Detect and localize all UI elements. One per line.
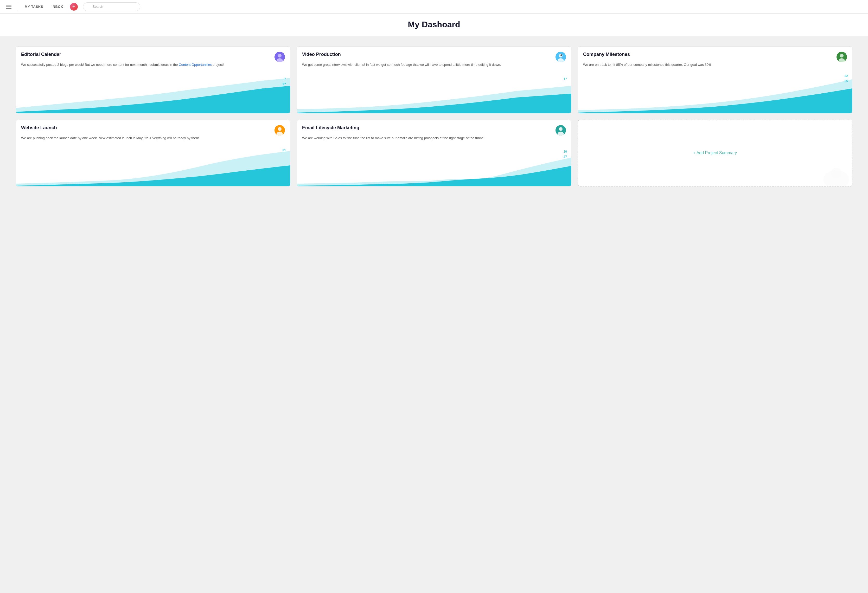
chart-label-bottom: 22	[283, 173, 286, 177]
card-title: Company Milestones	[583, 52, 630, 57]
card-body: We are working with Sales to fine tune t…	[297, 136, 571, 145]
svg-point-6	[561, 55, 562, 56]
chart-label-top: 7	[284, 77, 286, 81]
search-input[interactable]	[83, 2, 140, 11]
avatar	[275, 52, 285, 62]
inbox-link[interactable]: INBOX	[50, 4, 65, 10]
svg-point-14	[559, 127, 562, 131]
svg-point-8	[840, 54, 844, 58]
card-email-lifecycle: Email Lifecycle Marketing We are working…	[297, 119, 571, 187]
avatar	[837, 52, 847, 62]
page-title-section: My Dashoard	[0, 13, 868, 36]
card-editorial-calendar: Editorial Calendar We successfully poste…	[16, 46, 290, 114]
card-title-wrapper: Website Launch	[21, 125, 57, 133]
card-title: Video Production	[302, 52, 341, 57]
my-tasks-link[interactable]: MY TASKS	[23, 4, 45, 10]
chart-label-bottom: 35	[844, 79, 848, 83]
content-opportunities-link[interactable]: Content Opportunities	[179, 63, 211, 66]
avatar	[555, 125, 566, 136]
card-top: Editorial Calendar	[16, 47, 290, 62]
chart-area: 17 25	[297, 72, 571, 113]
chart-label-top: 81	[283, 149, 286, 152]
card-top: Company Milestones	[578, 47, 852, 62]
cards-grid: Editorial Calendar We successfully poste…	[16, 46, 852, 186]
card-website-launch: Website Launch We are pushing back the l…	[16, 119, 290, 187]
add-card-decoration	[821, 165, 852, 186]
chart-label-top: 32	[844, 74, 848, 78]
card-title: Editorial Calendar	[21, 52, 61, 57]
chart-label-top: 10	[564, 150, 567, 153]
add-project-summary-label: + Add Project Summary	[693, 150, 737, 155]
add-project-summary-card[interactable]: + Add Project Summary	[578, 119, 852, 187]
chart-area: 10 27	[297, 145, 571, 186]
card-body: We are pushing back the launch date by o…	[16, 136, 290, 145]
chart-area: 32 35	[578, 72, 852, 113]
topnav: MY TASKS INBOX + ⚲	[0, 0, 868, 13]
chart-label-bottom: 27	[564, 155, 567, 159]
card-title-wrapper: Company Milestones	[583, 52, 630, 60]
card-body: We got some great interviews with client…	[297, 62, 571, 72]
card-title: Email Lifecycle Marketing	[302, 125, 359, 131]
card-body: We successfully posted 2 blogs per week!…	[16, 62, 290, 72]
chart-area: 7 37	[16, 72, 290, 113]
svg-point-11	[278, 127, 282, 131]
chart-area: 81 22	[16, 145, 290, 186]
card-video-production: Video Production We got some great inter…	[297, 46, 571, 114]
card-title-wrapper: Email Lifecycle Marketing	[302, 125, 359, 133]
chart-label-bottom: 25	[564, 96, 567, 100]
nav-divider	[18, 3, 18, 11]
main-content: Editorial Calendar We successfully poste…	[0, 36, 868, 197]
card-title-wrapper: Video Production	[302, 52, 341, 60]
card-top: Video Production	[297, 47, 571, 62]
svg-point-1	[278, 54, 282, 58]
avatar	[275, 125, 285, 136]
chart-label-top: 17	[564, 77, 567, 81]
card-title: Website Launch	[21, 125, 57, 131]
card-company-milestones: Company Milestones We are on track to hi…	[578, 46, 852, 114]
svg-point-17	[831, 168, 841, 178]
search-wrapper: ⚲	[83, 2, 213, 11]
chart-label-bottom: 37	[283, 83, 286, 86]
page-title: My Dashoard	[6, 20, 862, 30]
avatar	[555, 52, 566, 62]
card-body: We are on track to hit 85% of our compan…	[578, 62, 852, 72]
card-top: Email Lifecycle Marketing	[297, 120, 571, 136]
add-button[interactable]: +	[70, 3, 78, 11]
card-top: Website Launch	[16, 120, 290, 136]
hamburger-menu[interactable]	[5, 4, 12, 10]
card-title-wrapper: Editorial Calendar	[21, 52, 61, 60]
